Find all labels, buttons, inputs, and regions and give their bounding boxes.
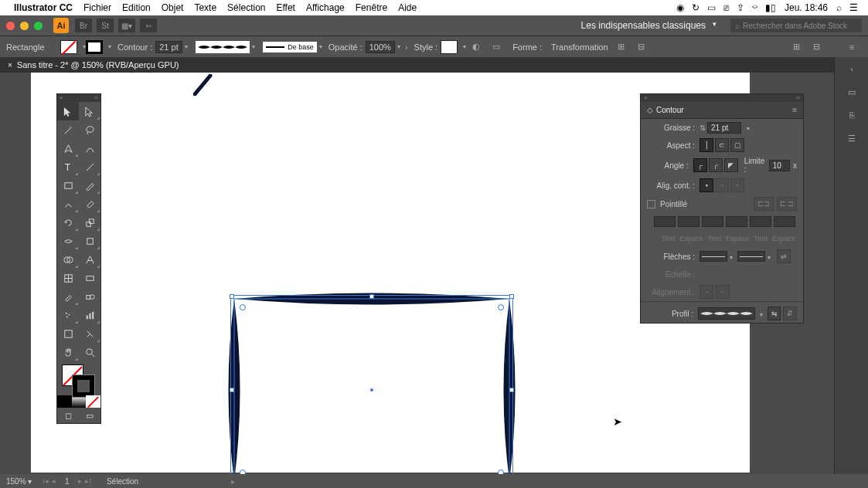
align-center[interactable]: ▪ [700, 178, 713, 192]
handle-ml[interactable] [230, 388, 234, 392]
fill-stroke-control[interactable] [57, 361, 100, 395]
free-transform-tool[interactable] [79, 232, 100, 250]
libraries-icon[interactable]: ⎘ [835, 103, 868, 127]
type-tool[interactable]: T [57, 158, 79, 176]
direct-selection-tool[interactable] [79, 102, 100, 120]
stock-icon[interactable]: St [97, 19, 114, 32]
battery-icon[interactable]: ▮▯ [765, 2, 776, 13]
dash-3[interactable] [750, 216, 771, 227]
menu-texte[interactable]: Texte [194, 2, 216, 13]
arrow-start-dd[interactable] [727, 252, 733, 261]
pen-tool[interactable] [57, 139, 79, 158]
cap-butt[interactable]: ⎮ [700, 138, 713, 152]
arrange-icon[interactable]: ▦▾ [118, 19, 135, 32]
distribute-icon[interactable]: ⊟ [808, 39, 824, 55]
blend-tool[interactable] [79, 287, 100, 306]
tools-panel-grip[interactable]: ×›› [57, 94, 100, 102]
magic-wand-tool[interactable] [57, 120, 79, 139]
hand-tool[interactable] [57, 343, 79, 361]
paintbrush-tool[interactable] [79, 176, 100, 195]
menu-aide[interactable]: Aide [398, 2, 417, 13]
scale-tool[interactable] [79, 213, 100, 232]
lasso-tool[interactable] [79, 120, 100, 139]
last-artboard[interactable]: ▸I [85, 477, 91, 485]
document-tab[interactable]: × Sans titre - 2* @ 150% (RVB/Aperçu GPU… [0, 59, 187, 71]
stroke-panel-grip[interactable]: ×‹‹ [641, 94, 803, 102]
wifi-icon[interactable]: ⌔ [752, 2, 757, 13]
stroke-weight-field[interactable]: 21 pt [155, 41, 187, 53]
menu-effet[interactable]: Effet [276, 2, 294, 13]
flip-across[interactable]: ⇵ [783, 307, 797, 320]
dash-align[interactable]: ⊏ ⊐ [777, 197, 797, 211]
join-miter[interactable]: ┌ [693, 158, 707, 172]
dash-2[interactable] [702, 216, 723, 227]
align-icon[interactable]: ▭ [488, 39, 504, 55]
arrow-start[interactable] [700, 251, 727, 262]
stroke-panel-tab[interactable]: ◇ Contour ≡ [641, 102, 803, 119]
status-more[interactable]: ▸ [231, 477, 235, 486]
minimize-window[interactable] [20, 22, 29, 30]
handle-tc[interactable] [369, 294, 374, 299]
arrow-align-1[interactable]: → [700, 285, 713, 299]
cap-square[interactable]: ▢ [730, 138, 744, 152]
handle-tr[interactable] [509, 294, 514, 299]
bridge-icon[interactable]: Br [75, 19, 92, 32]
menu-affichage[interactable]: Affichage [306, 2, 345, 13]
menu-icon[interactable]: ☰ [849, 2, 858, 13]
swap-arrows[interactable]: ⇄ [777, 249, 791, 263]
weight-stepper[interactable]: ⇅ [700, 124, 706, 132]
stroke-box[interactable] [73, 375, 94, 397]
cc-icon[interactable]: ◉ [676, 2, 684, 13]
sync-icon[interactable]: ↻ [692, 2, 700, 13]
first-artboard[interactable]: I◂ [43, 477, 49, 485]
panel-menu-icon[interactable]: ≡ [844, 39, 859, 55]
spotlight-icon[interactable]: ⌕ [836, 2, 842, 13]
corner-widget-tr[interactable] [498, 304, 504, 310]
curvature-tool[interactable] [79, 139, 100, 158]
menu-fichier[interactable]: Fichier [83, 2, 111, 13]
align-inside[interactable]: ▫ [715, 178, 729, 192]
app-name[interactable]: Illustrator CC [14, 2, 73, 13]
line-tool[interactable] [79, 158, 100, 176]
selected-rectangle[interactable] [232, 297, 512, 483]
layers-icon[interactable]: ☰ [835, 127, 868, 150]
handle-tl[interactable] [230, 294, 234, 299]
align-panel-icon[interactable]: ⊞ [788, 39, 804, 55]
selection-tool[interactable] [57, 102, 79, 120]
rectangle-tool[interactable] [57, 176, 79, 195]
align-outside[interactable]: ▫ [730, 178, 744, 192]
width-tool[interactable] [57, 232, 79, 250]
screen-mode[interactable]: ▭ [79, 408, 100, 423]
gap-2[interactable] [726, 216, 747, 227]
stroke-panel-menu-icon[interactable]: ≡ [792, 106, 797, 114]
stroke-dd[interactable] [106, 43, 111, 50]
dashed-checkbox[interactable] [647, 200, 655, 208]
slice-tool[interactable] [79, 324, 100, 343]
cap-round[interactable]: ⊂ [715, 138, 729, 152]
gradient-tool[interactable] [79, 269, 100, 287]
limit-field[interactable]: 10 [769, 160, 790, 171]
menu-objet[interactable]: Objet [162, 2, 184, 13]
perspective-tool[interactable] [79, 250, 100, 269]
clock[interactable]: Jeu. 18:46 [785, 2, 828, 13]
eraser-tool[interactable] [79, 195, 100, 213]
weight-dd[interactable] [744, 124, 750, 132]
zoom-tool[interactable] [79, 343, 100, 361]
brush-profile-dd[interactable] [196, 41, 255, 53]
artboard-tool[interactable] [57, 324, 79, 343]
rotate-tool[interactable] [57, 213, 79, 232]
fill-dd[interactable] [80, 43, 86, 50]
screen-icon[interactable]: ⎚ [723, 2, 729, 13]
prev-artboard[interactable]: ◂ [52, 477, 56, 485]
stock-search[interactable]: ⌕ Rechercher dans Adobe Stock [730, 19, 862, 32]
menu-edition[interactable]: Edition [122, 2, 151, 13]
arrow-end[interactable] [737, 251, 765, 262]
dash-preserve[interactable]: ⊏⊐ [754, 197, 774, 211]
profile-dd-arrow[interactable] [757, 310, 763, 318]
eyedropper-tool[interactable] [57, 287, 79, 306]
flip-along[interactable]: ⇋ [768, 307, 781, 320]
color-solid[interactable] [57, 395, 72, 408]
zoom-window[interactable] [34, 22, 43, 30]
properties-icon[interactable]: ▭ [835, 80, 868, 103]
shaper-tool[interactable] [57, 195, 79, 213]
